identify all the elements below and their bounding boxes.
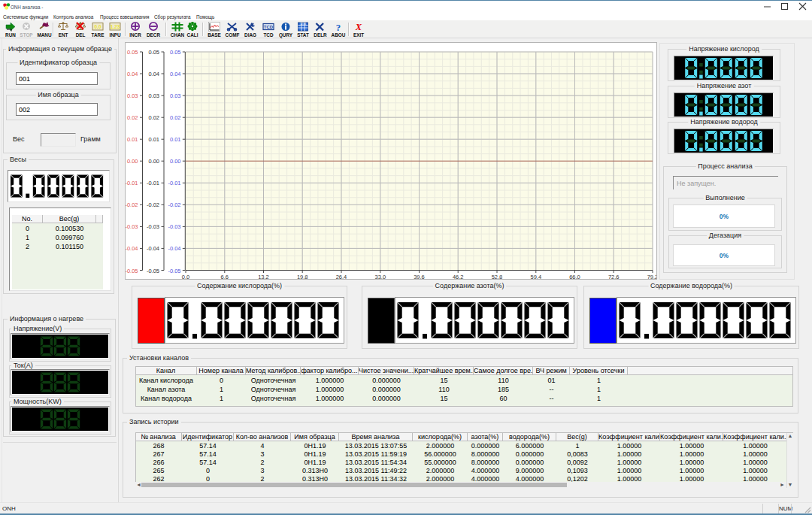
svg-text:-0.02: -0.02 <box>126 201 138 208</box>
svg-text:0.0: 0.0 <box>182 274 189 280</box>
svg-text:39.6: 39.6 <box>414 274 425 280</box>
svg-text:TCD: TCD <box>264 25 274 29</box>
svg-text:0.00: 0.00 <box>170 158 181 165</box>
svg-text:0.00: 0.00 <box>148 158 159 165</box>
svg-text:26.4: 26.4 <box>336 274 347 280</box>
svg-text:-0.04: -0.04 <box>147 245 159 252</box>
svg-text:0.04: 0.04 <box>127 71 138 77</box>
svg-text:0.01: 0.01 <box>148 136 159 143</box>
svg-text:52.8: 52.8 <box>492 274 503 280</box>
svg-text:0.05: 0.05 <box>170 49 181 56</box>
svg-text:0.02: 0.02 <box>148 114 159 121</box>
svg-text:-0.04: -0.04 <box>168 245 180 252</box>
svg-text:-0.02: -0.02 <box>147 201 159 208</box>
svg-text:0.01: 0.01 <box>170 136 181 143</box>
svg-text:X: X <box>355 22 362 32</box>
svg-text:19.8: 19.8 <box>297 274 308 280</box>
svg-text:0.0: 0.0 <box>94 24 101 29</box>
svg-text:?: ? <box>335 22 341 32</box>
svg-text:-0.04: -0.04 <box>126 245 138 252</box>
svg-text:72.6: 72.6 <box>608 274 620 280</box>
svg-text:1234: 1234 <box>300 23 306 26</box>
svg-text:59.4: 59.4 <box>530 274 541 280</box>
svg-text:0.01: 0.01 <box>127 136 138 143</box>
svg-text:-0.02: -0.02 <box>168 201 180 208</box>
svg-text:-0.05: -0.05 <box>126 268 138 274</box>
svg-text:0.03: 0.03 <box>170 92 181 99</box>
svg-text:46.2: 46.2 <box>453 274 464 280</box>
svg-text:-0.03: -0.03 <box>147 223 159 230</box>
svg-text:79.2: 79.2 <box>647 274 656 280</box>
svg-text:0.03: 0.03 <box>148 92 159 99</box>
svg-text:0.02: 0.02 <box>170 114 181 121</box>
svg-text:0.05: 0.05 <box>127 49 138 56</box>
svg-text:0.04: 0.04 <box>148 71 159 77</box>
svg-text:0.03: 0.03 <box>127 92 138 99</box>
svg-text:-0.03: -0.03 <box>126 223 138 230</box>
svg-text:-0.01: -0.01 <box>126 180 138 186</box>
svg-text:0.05: 0.05 <box>148 49 159 56</box>
svg-text:0.02: 0.02 <box>127 114 138 121</box>
svg-text:6.6: 6.6 <box>221 274 229 280</box>
svg-text:0.00: 0.00 <box>127 158 138 165</box>
svg-text:1.23: 1.23 <box>110 24 120 29</box>
svg-text:-0.01: -0.01 <box>147 180 159 186</box>
svg-text:-0.05: -0.05 <box>147 268 159 274</box>
svg-text:-0.05: -0.05 <box>168 268 180 274</box>
svg-text:-0.01: -0.01 <box>168 180 180 186</box>
svg-text:-0.03: -0.03 <box>168 223 180 230</box>
svg-text:13.2: 13.2 <box>258 274 269 280</box>
svg-text:0.04: 0.04 <box>170 71 181 77</box>
svg-text:66.0: 66.0 <box>569 274 580 280</box>
svg-text:33.0: 33.0 <box>374 274 386 280</box>
